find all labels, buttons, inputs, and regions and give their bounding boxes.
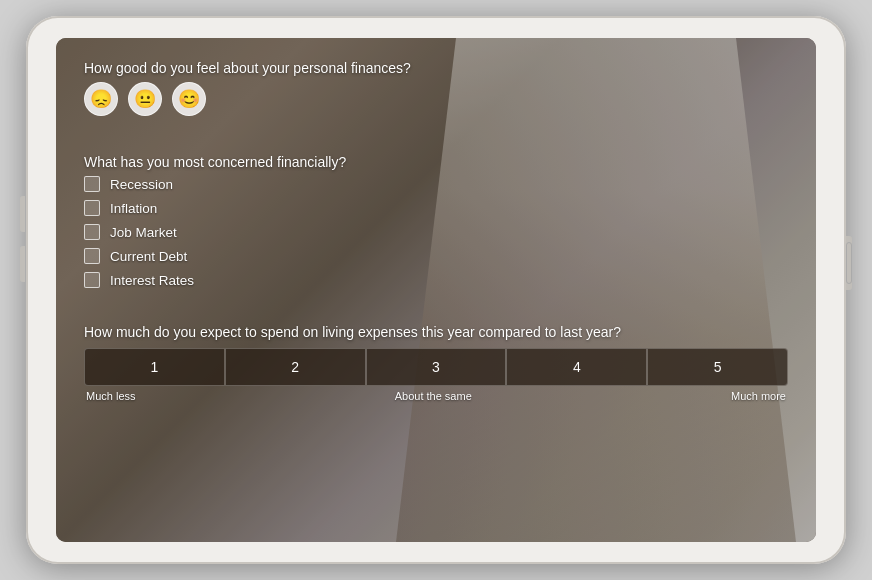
question-2-section: What has you most concerned financially?… — [84, 154, 788, 288]
neutral-emoji-button[interactable]: 😐 — [128, 82, 162, 116]
question-1-section: How good do you feel about your personal… — [84, 60, 788, 120]
tablet-screen: How good do you feel about your personal… — [56, 38, 816, 542]
scale-label-mid: About the same — [395, 390, 472, 402]
scale-button-1[interactable]: 1 — [84, 348, 225, 386]
checkbox-box-interest-rates[interactable] — [84, 272, 100, 288]
happy-emoji-button[interactable]: 😊 — [172, 82, 206, 116]
checkbox-label-interest-rates: Interest Rates — [110, 273, 194, 288]
checkbox-list: Recession Inflation Job Market Current D… — [84, 176, 788, 288]
checkbox-label-inflation: Inflation — [110, 201, 157, 216]
checkbox-label-current-debt: Current Debt — [110, 249, 187, 264]
scale-label-right: Much more — [731, 390, 786, 402]
scale-button-4[interactable]: 4 — [506, 348, 647, 386]
scale-labels-row: Much less About the same Much more — [84, 390, 788, 402]
checkbox-interest-rates[interactable]: Interest Rates — [84, 272, 788, 288]
tablet-frame: How good do you feel about your personal… — [26, 16, 846, 564]
checkbox-box-job-market[interactable] — [84, 224, 100, 240]
scale-button-5[interactable]: 5 — [647, 348, 788, 386]
question-1-label: How good do you feel about your personal… — [84, 60, 788, 76]
checkbox-box-inflation[interactable] — [84, 200, 100, 216]
checkbox-label-job-market: Job Market — [110, 225, 177, 240]
checkbox-current-debt[interactable]: Current Debt — [84, 248, 788, 264]
question-3-section: How much do you expect to spend on livin… — [84, 324, 788, 402]
scale-button-2[interactable]: 2 — [225, 348, 366, 386]
checkbox-inflation[interactable]: Inflation — [84, 200, 788, 216]
scale-button-3[interactable]: 3 — [366, 348, 507, 386]
sad-emoji-button[interactable]: 😞 — [84, 82, 118, 116]
checkbox-job-market[interactable]: Job Market — [84, 224, 788, 240]
power-button[interactable] — [846, 236, 852, 290]
checkbox-recession[interactable]: Recession — [84, 176, 788, 192]
volume-up-button[interactable] — [20, 196, 25, 232]
checkbox-box-current-debt[interactable] — [84, 248, 100, 264]
spacer-2 — [84, 298, 788, 314]
spacer-1 — [84, 130, 788, 144]
question-3-label: How much do you expect to spend on livin… — [84, 324, 788, 340]
checkbox-box-recession[interactable] — [84, 176, 100, 192]
question-2-label: What has you most concerned financially? — [84, 154, 788, 170]
survey-content: How good do you feel about your personal… — [56, 38, 816, 542]
scale-label-left: Much less — [86, 390, 136, 402]
volume-down-button[interactable] — [20, 246, 25, 282]
checkbox-label-recession: Recession — [110, 177, 173, 192]
emoji-row: 😞 😐 😊 — [84, 82, 788, 116]
scale-row: 1 2 3 4 5 — [84, 348, 788, 386]
